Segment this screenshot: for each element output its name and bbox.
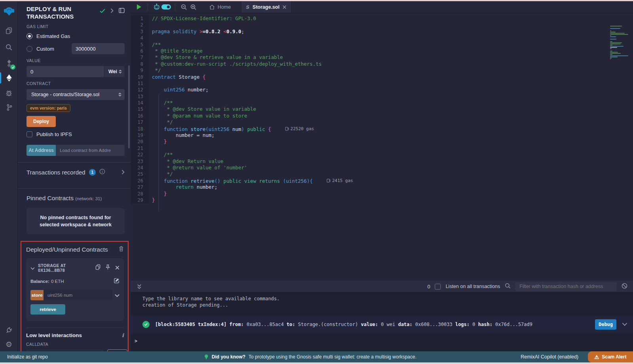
code-line[interactable]: 1// SPDX-License-Identifier: GPL-3.0 (131, 15, 633, 22)
code-line[interactable]: 23 * @dev Return value (131, 158, 633, 165)
code-line[interactable]: 20 } (131, 138, 633, 145)
code-line[interactable]: 13 (131, 93, 633, 100)
estimated-gas-radio[interactable] (27, 33, 32, 39)
panel-header: DEPLOY & RUN TRANSACTIONS (27, 5, 125, 20)
deploy-button[interactable]: Deploy (27, 116, 56, 127)
tx-success-check-icon (142, 321, 150, 328)
search-icon[interactable] (0, 41, 18, 53)
zoom-out-icon[interactable] (179, 2, 189, 12)
collapse-terminal-icon[interactable] (135, 282, 144, 291)
code-line[interactable]: 21 (131, 145, 633, 152)
info-circle-icon[interactable] (99, 169, 105, 176)
store-args-input[interactable] (44, 290, 112, 300)
transactions-recorded-row[interactable]: Transactions recorded 1 (27, 163, 125, 182)
copilot-status[interactable]: RemixAI Copilot (enabled) (521, 354, 578, 360)
plugin-manager-icon[interactable] (0, 324, 18, 336)
icon-rail: ⚙ (0, 1, 18, 351)
pin-icon[interactable] (105, 264, 110, 271)
tab-home[interactable]: Home (205, 1, 235, 13)
code-line[interactable]: 2 (131, 22, 633, 28)
panel-scrollbar[interactable] (128, 65, 130, 148)
value-input[interactable] (27, 66, 104, 77)
code-line[interactable]: 12 uint256 number; (131, 87, 633, 93)
copy-icon[interactable] (95, 264, 100, 271)
ai-copilot-robot-icon[interactable] (152, 2, 161, 12)
code-line[interactable]: 6 * @title Storage (131, 48, 633, 54)
code-line[interactable]: 28 } (131, 191, 633, 197)
listen-all-checkbox[interactable] (435, 284, 441, 290)
publish-ipfs-label: Publish to IPFS (36, 131, 72, 137)
code-line[interactable]: 19 number = num; (131, 132, 633, 138)
code-line[interactable]: 7 * @dev Store & retrieve value in a var… (131, 54, 633, 61)
code-line[interactable]: 4 (131, 35, 633, 41)
git-branch-icon[interactable] (0, 101, 18, 114)
at-address-input[interactable] (56, 145, 125, 156)
close-icon[interactable] (115, 264, 119, 271)
code-line[interactable]: 29} (131, 197, 633, 203)
debug-button[interactable]: Debug (595, 319, 616, 330)
code-line[interactable]: 27 return number; (131, 184, 633, 190)
deploy-run-icon[interactable] (0, 72, 18, 84)
code-line[interactable]: 3pragma solidity >=0.8.2 <0.9.0; (131, 28, 633, 35)
panel-forward-icon[interactable] (110, 8, 114, 15)
low-level-info-icon[interactable]: i (122, 332, 124, 338)
code-line[interactable]: 16 * @param num value to store (131, 113, 633, 119)
tx-log-row[interactable]: [block:5583405 txIndex:4] from: 0xa03...… (131, 316, 633, 333)
copilot-toggle[interactable] (161, 2, 171, 12)
terminal-prompt[interactable]: > (135, 338, 633, 344)
trash-icon[interactable] (119, 246, 124, 253)
clear-console-ban-icon[interactable] (622, 283, 627, 290)
panel-title: DEPLOY & RUN TRANSACTIONS (27, 5, 90, 20)
chevron-down-icon[interactable] (30, 264, 35, 271)
terminal-output[interactable]: Type the library name to see available c… (131, 292, 633, 344)
tab-storage-sol[interactable]: S Storage.sol (241, 1, 292, 13)
value-unit-select[interactable]: Wei (104, 66, 125, 77)
code-line[interactable]: 8 * @custom:dev-run-script ./scripts/dep… (131, 61, 633, 67)
edit-icon[interactable] (114, 278, 119, 285)
code-line[interactable]: 18 function store(uint256 num) public {2… (131, 126, 633, 132)
code-line[interactable]: 24 * @return value of 'number' (131, 165, 633, 171)
scam-alert-button[interactable]: ⚠ Scam Alert (588, 351, 633, 362)
expand-tx-chevron-icon[interactable] (622, 322, 627, 327)
code-line[interactable]: 5/** (131, 42, 633, 48)
code-line[interactable]: 17 */ (131, 119, 633, 125)
expand-args-chevron-icon[interactable] (115, 292, 119, 299)
debugger-icon[interactable] (0, 87, 18, 99)
code-line[interactable]: 15 * @dev Store value in variable (131, 106, 633, 112)
code-line[interactable]: 26 function retrieve() public view retur… (131, 178, 633, 184)
file-explorer-icon[interactable] (0, 24, 18, 37)
code-line[interactable]: 25 */ (131, 171, 633, 177)
chevron-right-icon[interactable] (121, 169, 125, 176)
transactions-recorded-label: Transactions recorded (27, 169, 85, 176)
custom-gas-input[interactable] (72, 43, 125, 54)
indent-guide (158, 95, 159, 211)
at-address-button[interactable]: At Address (27, 145, 56, 156)
code-line[interactable]: 10contract Storage { (131, 74, 633, 80)
run-script-play-icon[interactable] (134, 2, 144, 12)
terminal: 0 Listen on all transactions Type the li… (131, 281, 633, 351)
code-editor[interactable]: 1// SPDX-License-Identifier: GPL-3.023pr… (131, 13, 633, 281)
panel-columns-icon[interactable] (119, 8, 125, 15)
deployed-contract-card: STORAGE AT 0X136...8B78 Balance: 0 ETH s… (26, 258, 124, 321)
minimap[interactable] (610, 26, 630, 60)
store-function-button[interactable]: store (30, 290, 44, 300)
line-number: 21 (131, 145, 149, 152)
remix-logo-icon[interactable] (0, 4, 18, 19)
zoom-in-icon[interactable] (189, 2, 198, 12)
terminal-search-icon[interactable] (505, 283, 511, 290)
solidity-compiler-icon[interactable] (0, 57, 18, 70)
git-init-status[interactable]: Initialize as git repo (0, 354, 48, 360)
code-line[interactable]: 9 */ (131, 67, 633, 74)
custom-gas-radio[interactable] (27, 46, 32, 52)
code-line[interactable]: 14 /** (131, 100, 633, 106)
contract-select[interactable]: Storage - contracts/Storage.sol (27, 89, 125, 100)
highlight-red-box: Deployed/Unpinned Contracts STORAGE AT 0… (21, 241, 129, 351)
tab-close-icon[interactable] (282, 4, 286, 11)
settings-gear-icon[interactable]: ⚙ (0, 338, 18, 351)
evm-version-badge: evm version: paris (27, 104, 70, 112)
retrieve-function-button[interactable]: retrieve (30, 304, 65, 315)
filter-transactions-input[interactable] (515, 282, 617, 291)
publish-ipfs-checkbox[interactable] (27, 131, 32, 137)
code-line[interactable]: 11 (131, 80, 633, 87)
code-line[interactable]: 22 /** (131, 152, 633, 158)
